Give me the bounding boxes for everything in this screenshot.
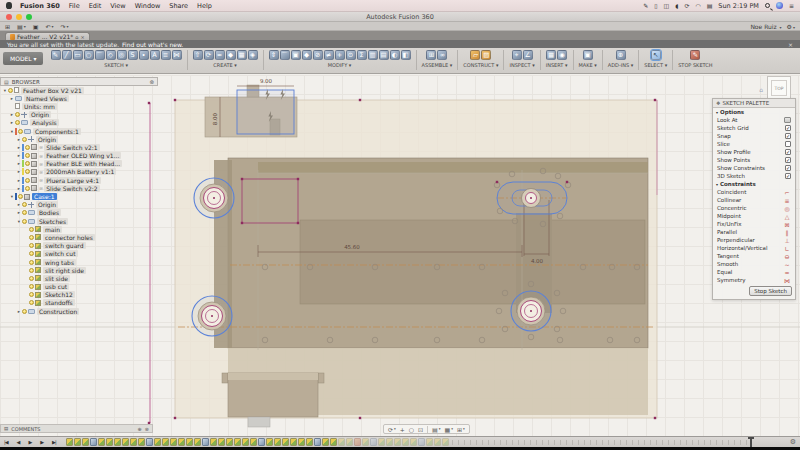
- timeline-feature-icon[interactable]: [154, 438, 161, 446]
- timeline-feature-icon[interactable]: [290, 438, 297, 446]
- measure-button[interactable]: ⌖: [512, 50, 522, 60]
- timeline-feature-icon[interactable]: [90, 438, 97, 446]
- home-icon[interactable]: ⌂: [75, 34, 78, 40]
- timeline-feature-icon-rolled[interactable]: [434, 438, 441, 446]
- ellipse-button[interactable]: ◎: [117, 50, 127, 60]
- menu-file[interactable]: File: [69, 2, 80, 10]
- horizontal-vertical-constraint-button[interactable]: ∟: [783, 245, 791, 252]
- file-menu-icon[interactable]: ▤▾: [17, 23, 26, 30]
- timeline-feature-icon-rolled[interactable]: [338, 438, 345, 446]
- timeline-feature-icon[interactable]: [330, 438, 337, 446]
- browser-row-main[interactable]: main: [0, 225, 158, 233]
- timeline-feature-icon[interactable]: [130, 438, 137, 446]
- view-cube[interactable]: TOP: [767, 76, 791, 100]
- timeline-feature-icon[interactable]: [106, 438, 113, 446]
- visibility-bulb-icon[interactable]: [29, 243, 34, 248]
- offset-button[interactable]: ≠: [324, 50, 334, 60]
- browser-row-feather-oled-wing-v1-[interactable]: ▸∞Feather OLED Wing v1...: [0, 152, 158, 160]
- sweep-button[interactable]: ≈: [215, 50, 225, 60]
- visibility-bulb-icon[interactable]: [22, 202, 27, 207]
- visibility-bulb-icon[interactable]: [29, 276, 34, 281]
- show-points-checkbox[interactable]: ✓: [785, 157, 791, 163]
- timeline-feature-icon-rolled[interactable]: [426, 438, 433, 446]
- display-icon[interactable]: ◫: [664, 3, 670, 9]
- pattern-button[interactable]: ▦: [237, 50, 247, 60]
- visibility-bulb-icon[interactable]: [22, 137, 27, 142]
- browser-row-sketches[interactable]: ▾Sketches: [0, 217, 158, 225]
- revolve-button[interactable]: ⟳: [204, 50, 214, 60]
- go-to-end-button[interactable]: ▶|: [52, 439, 56, 445]
- timeline-feature-icon[interactable]: [234, 438, 241, 446]
- close-notification-icon[interactable]: ×: [788, 41, 793, 48]
- switch-detail[interactable]: 9.00 8.00: [205, 78, 297, 137]
- timeline-settings-gear-icon[interactable]: ⚙: [790, 438, 796, 446]
- browser-row-slit-side[interactable]: slit side: [0, 274, 158, 282]
- browser-row-pluera-large-v4-1[interactable]: ▸∞Pluera Large v4:1: [0, 176, 158, 184]
- trim-button[interactable]: ⊘: [313, 50, 323, 60]
- body-recess[interactable]: [300, 220, 645, 304]
- menu-help[interactable]: Help: [197, 2, 212, 10]
- timeline-feature-icon[interactable]: [322, 438, 329, 446]
- stop-sketch-button[interactable]: Stop Sketch: [749, 286, 792, 296]
- timeline-feature-icon[interactable]: [274, 438, 281, 446]
- browser-row-wing-tabs[interactable]: wing tabs: [0, 258, 158, 266]
- menu-view[interactable]: View: [110, 2, 125, 10]
- workspace-switcher[interactable]: MODEL ▾: [3, 52, 43, 65]
- options-section-header[interactable]: ▾ Options: [713, 108, 795, 116]
- grid-settings-icon[interactable]: ▦▾: [445, 426, 453, 433]
- visibility-bulb-icon[interactable]: [15, 120, 20, 125]
- collinear-constraint-button[interactable]: ≡: [783, 197, 791, 204]
- timeline-feature-icon-rolled[interactable]: [442, 438, 449, 446]
- timeline-feature-icon-rolled[interactable]: [418, 438, 425, 446]
- timeline-feature-icon[interactable]: [210, 438, 217, 446]
- line-button[interactable]: ╱: [62, 50, 72, 60]
- undo-icon[interactable]: ↶▾: [45, 23, 53, 30]
- midpoint-constraint-button[interactable]: △: [783, 213, 791, 220]
- usb-connector[interactable]: [222, 373, 324, 427]
- extrude-button[interactable]: ⇧: [193, 50, 203, 60]
- visibility-bulb-icon[interactable]: [8, 88, 13, 93]
- user-menu[interactable]: Noe Ruiz ▾: [750, 23, 781, 30]
- visibility-bulb-icon[interactable]: [18, 129, 23, 134]
- timeline-feature-icon[interactable]: [314, 438, 321, 446]
- view-cube-face[interactable]: TOP: [771, 80, 787, 96]
- wifi-icon[interactable]: ◠: [695, 3, 700, 9]
- standoff-bottom-right[interactable]: [511, 291, 551, 331]
- timeline-feature-icon-rolled[interactable]: [378, 438, 385, 446]
- timeline-feature-icon[interactable]: [282, 438, 289, 446]
- play-button[interactable]: ▶: [28, 439, 31, 445]
- browser-row-slit-right-side[interactable]: slit right side: [0, 266, 158, 274]
- visibility-bulb-icon[interactable]: [29, 227, 34, 232]
- circle-button[interactable]: ○: [84, 50, 94, 60]
- visibility-bulb-icon[interactable]: [15, 112, 20, 117]
- visibility-bulb-icon[interactable]: [29, 300, 34, 305]
- shell-button[interactable]: ▣: [291, 50, 301, 60]
- go-to-start-button[interactable]: |◀: [4, 439, 8, 445]
- loft-button[interactable]: ◆: [226, 50, 236, 60]
- browser-row-origin[interactable]: ▸Origin: [0, 135, 158, 143]
- timeline-feature-icon-rolled[interactable]: [394, 438, 401, 446]
- timeline-feature-icon[interactable]: [306, 438, 313, 446]
- visibility-bulb-icon[interactable]: [25, 186, 30, 191]
- arc-button[interactable]: ⌒: [95, 50, 105, 60]
- scripts-addins-button[interactable]: ⊕: [616, 50, 626, 60]
- show-constraints-checkbox[interactable]: ✓: [785, 165, 791, 171]
- monitor-icon[interactable]: ▤: [707, 3, 713, 9]
- apple-icon[interactable]: [6, 2, 12, 9]
- step-back-button[interactable]: ◀: [17, 439, 20, 445]
- timeline-feature-icon[interactable]: [98, 438, 105, 446]
- browser-row-switch-guard[interactable]: switch guard: [0, 242, 158, 250]
- browser-row-bodies[interactable]: ▸Bodies: [0, 209, 158, 217]
- timeline-feature-icon[interactable]: [146, 438, 153, 446]
- home-view-icon[interactable]: ⌂: [759, 86, 763, 93]
- collapse-browser-icon[interactable]: ⊗: [149, 79, 154, 85]
- timeline-feature-icon[interactable]: [250, 438, 257, 446]
- close-window-button[interactable]: [6, 14, 12, 20]
- offset-plane-button[interactable]: ▱: [470, 50, 480, 60]
- slot-top-right[interactable]: [497, 182, 567, 214]
- visibility-bulb-icon[interactable]: [22, 309, 27, 314]
- create-sketch-button[interactable]: ✎: [51, 50, 61, 60]
- timeline-feature-icon[interactable]: [202, 438, 209, 446]
- timeline-feature-icon[interactable]: [122, 438, 129, 446]
- timeline-feature-icon-rolled[interactable]: [410, 438, 417, 446]
